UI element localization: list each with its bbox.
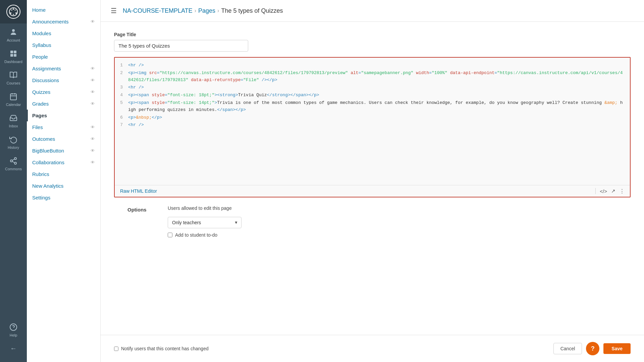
code-line-2: 2<p><img src="https://canvas.instructure… bbox=[115, 69, 630, 84]
sidebar-item-account[interactable]: Account bbox=[0, 23, 27, 45]
notify-checkbox[interactable] bbox=[114, 347, 118, 351]
breadcrumb-sep-1: › bbox=[195, 8, 196, 14]
eye-icon-announcements: 👁 bbox=[91, 19, 95, 24]
sidebar-item-rubrics[interactable]: Rubrics bbox=[27, 168, 100, 180]
sidebar-item-settings[interactable]: Settings bbox=[27, 192, 100, 203]
raw-html-toolbar: </> ↗ ⋮ bbox=[595, 188, 625, 194]
help-button[interactable]: ? bbox=[586, 342, 599, 355]
svg-rect-12 bbox=[10, 94, 16, 100]
eye-icon-outcomes: 👁 bbox=[91, 136, 95, 141]
line-content: <p><span style="font-size: 14pt;">Trivia… bbox=[128, 100, 630, 114]
sidebar-item-inbox[interactable]: Inbox bbox=[0, 109, 27, 131]
student-todo-row: Add to student to-do bbox=[168, 232, 241, 238]
line-number: 7 bbox=[115, 122, 128, 129]
hamburger-menu-button[interactable]: ☰ bbox=[111, 7, 117, 15]
svg-line-19 bbox=[12, 162, 15, 163]
sidebar-item-pages[interactable]: Pages bbox=[27, 110, 100, 121]
raw-html-editor-label[interactable]: Raw HTML Editor bbox=[120, 188, 157, 194]
eye-icon-quizzes: 👁 bbox=[91, 89, 95, 95]
code-line-5: 5<p><span style="font-size: 14pt;">Trivi… bbox=[115, 99, 630, 114]
icon-navigation: Account Dashboard Courses Calendar Inbox… bbox=[0, 0, 27, 362]
page-title-input[interactable] bbox=[114, 40, 248, 52]
svg-point-17 bbox=[10, 160, 12, 162]
breadcrumb-course[interactable]: NA-COURSE-TEMPLATE bbox=[123, 7, 193, 14]
sidebar-item-grades[interactable]: Grades 👁 bbox=[27, 98, 100, 110]
svg-point-3 bbox=[10, 12, 11, 14]
top-bar: ☰ NA-COURSE-TEMPLATE › Pages › The 5 typ… bbox=[101, 0, 644, 22]
page-title-label: Page Title bbox=[114, 32, 631, 37]
raw-html-bar: Raw HTML Editor </> ↗ ⋮ bbox=[115, 185, 630, 197]
sidebar-item-calendar[interactable]: Calendar bbox=[0, 88, 27, 109]
code-view-icon[interactable]: </> bbox=[600, 188, 607, 194]
options-section: Options Users allowed to edit this page … bbox=[114, 197, 631, 246]
svg-point-2 bbox=[15, 12, 17, 14]
footer-buttons: Cancel ? Save bbox=[553, 342, 631, 355]
options-controls: Users allowed to edit this page Only tea… bbox=[168, 205, 241, 238]
svg-rect-9 bbox=[14, 51, 16, 53]
commons-icon bbox=[9, 156, 18, 166]
sidebar-item-discussions[interactable]: Discussions 👁 bbox=[27, 74, 100, 86]
svg-rect-11 bbox=[14, 54, 16, 57]
course-sidebar: Home Announcements 👁 Modules Syllabus Pe… bbox=[27, 0, 101, 362]
svg-line-20 bbox=[12, 159, 15, 161]
line-content: <p><img src="https://canvas.instructure.… bbox=[128, 70, 630, 84]
sidebar-item-quizzes[interactable]: Quizzes 👁 bbox=[27, 86, 100, 98]
line-number: 2 bbox=[115, 70, 128, 77]
sidebar-item-assignments[interactable]: Assignments 👁 bbox=[27, 63, 100, 74]
breadcrumb-current-page: The 5 types of Quizzes bbox=[221, 7, 283, 14]
save-button[interactable]: Save bbox=[603, 343, 631, 354]
line-number: 6 bbox=[115, 114, 128, 121]
eye-icon-grades: 👁 bbox=[91, 101, 95, 106]
expand-icon[interactable]: ↗ bbox=[611, 188, 615, 194]
line-content: <hr /> bbox=[128, 122, 630, 129]
sidebar-item-courses[interactable]: Courses bbox=[0, 66, 27, 88]
dashboard-icon bbox=[9, 49, 18, 58]
help-icon bbox=[9, 322, 18, 332]
sidebar-item-syllabus[interactable]: Syllabus bbox=[27, 39, 100, 51]
code-line-1: 1<hr /> bbox=[115, 62, 630, 69]
code-line-7: 7<hr /> bbox=[115, 121, 630, 129]
sidebar-item-files[interactable]: Files 👁 bbox=[27, 121, 100, 133]
canvas-logo-icon bbox=[9, 7, 18, 16]
sidebar-item-help[interactable]: Help bbox=[0, 318, 27, 340]
edit-permission-wrapper: Only teachers Teachers and students Anyo… bbox=[168, 217, 241, 228]
cancel-button[interactable]: Cancel bbox=[553, 343, 582, 354]
person-icon bbox=[9, 27, 18, 37]
notify-label: Notify users that this content has chang… bbox=[121, 346, 209, 351]
sidebar-item-collaborations[interactable]: Collaborations 👁 bbox=[27, 157, 100, 168]
line-number: 4 bbox=[115, 92, 128, 99]
eye-icon-bigbluebutton: 👁 bbox=[91, 148, 95, 153]
sidebar-item-dashboard[interactable]: Dashboard bbox=[0, 45, 27, 66]
sidebar-item-home[interactable]: Home bbox=[27, 4, 100, 16]
collapse-nav-button[interactable]: ← bbox=[0, 340, 27, 357]
sidebar-item-history[interactable]: History bbox=[0, 131, 27, 152]
options-label: Options bbox=[127, 205, 154, 213]
sidebar-item-commons[interactable]: Commons bbox=[0, 152, 27, 174]
history-icon bbox=[9, 135, 18, 144]
inbox-icon bbox=[9, 113, 18, 123]
sidebar-item-people[interactable]: People bbox=[27, 51, 100, 63]
sidebar-item-bigbluebutton[interactable]: BigBlueButton 👁 bbox=[27, 145, 100, 157]
line-content: <p>&nbsp;</p> bbox=[128, 114, 630, 121]
more-options-icon[interactable]: ⋮ bbox=[620, 188, 625, 194]
code-line-6: 6<p>&nbsp;</p> bbox=[115, 114, 630, 122]
sidebar-item-announcements[interactable]: Announcements 👁 bbox=[27, 16, 100, 27]
line-content: <hr /> bbox=[128, 84, 630, 91]
sidebar-item-new-analytics[interactable]: New Analytics bbox=[27, 180, 100, 192]
breadcrumb-section[interactable]: Pages bbox=[198, 7, 215, 14]
line-number: 3 bbox=[115, 84, 128, 91]
edit-permission-select[interactable]: Only teachers Teachers and students Anyo… bbox=[168, 217, 241, 228]
svg-point-5 bbox=[15, 10, 16, 11]
code-line-3: 3<hr /> bbox=[115, 84, 630, 92]
app-logo[interactable] bbox=[0, 0, 27, 23]
student-todo-checkbox[interactable] bbox=[168, 233, 172, 237]
code-editor[interactable]: 1<hr />2<p><img src="https://canvas.inst… bbox=[115, 58, 630, 185]
code-editor-container: 1<hr />2<p><img src="https://canvas.inst… bbox=[114, 57, 631, 197]
svg-point-6 bbox=[13, 14, 14, 15]
sidebar-item-outcomes[interactable]: Outcomes 👁 bbox=[27, 133, 100, 145]
student-todo-label: Add to student to-do bbox=[175, 232, 217, 238]
breadcrumb: NA-COURSE-TEMPLATE › Pages › The 5 types… bbox=[123, 7, 283, 14]
eye-icon-files: 👁 bbox=[91, 125, 95, 130]
main-content: ☰ NA-COURSE-TEMPLATE › Pages › The 5 typ… bbox=[101, 0, 644, 362]
sidebar-item-modules[interactable]: Modules bbox=[27, 27, 100, 39]
